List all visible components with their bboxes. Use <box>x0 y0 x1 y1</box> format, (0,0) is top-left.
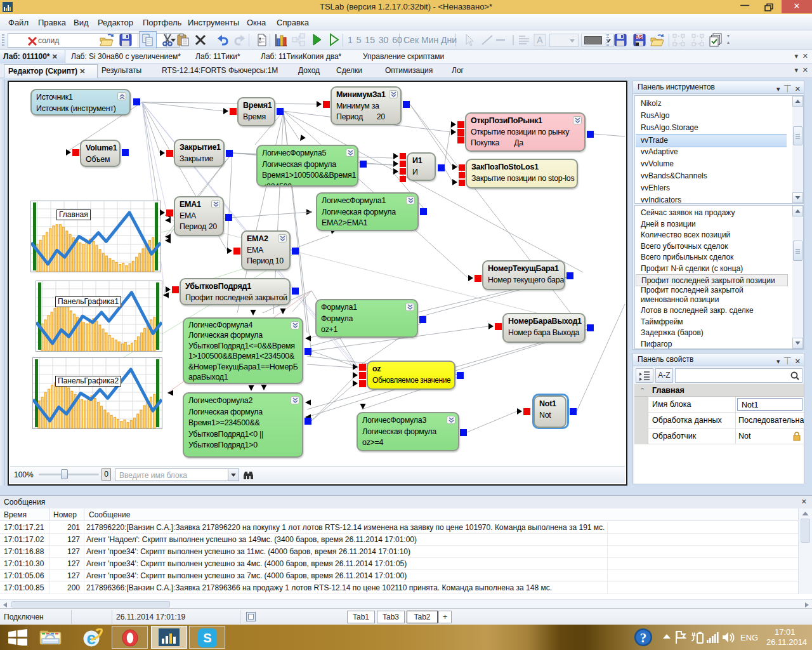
svg-text:?: ? <box>640 630 647 646</box>
svg-text:AS: AS <box>635 34 643 40</box>
svg-text:A: A <box>537 35 543 45</box>
svg-text:S: S <box>203 631 211 645</box>
